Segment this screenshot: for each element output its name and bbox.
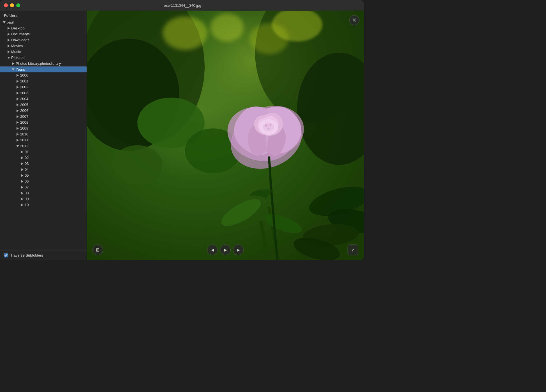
tree-arrow-2006: [16, 109, 20, 112]
tree-label-documents: Documents: [11, 32, 87, 36]
tree-arrow-02: [20, 156, 25, 159]
prev-icon: ◀: [211, 248, 214, 252]
tree-arrow-2009: [16, 127, 20, 130]
tree-label-06: 06: [25, 179, 87, 183]
tree-label-music: Music: [11, 50, 87, 54]
tree-item-06[interactable]: 06: [0, 178, 87, 184]
titlebar: rose-1131344__340.jpg: [0, 0, 364, 11]
maximize-button[interactable]: [16, 3, 20, 7]
tree-item-2010[interactable]: 2010: [0, 131, 87, 137]
main-container: Folders paulDesktopDocumentsDownloadsMov…: [0, 11, 364, 260]
tree-arrow-2007: [16, 115, 20, 118]
play-button[interactable]: ▶: [220, 245, 231, 255]
tree-label-2010: 2010: [20, 132, 87, 136]
svg-point-25: [263, 123, 274, 131]
tree-arrow-documents: [7, 33, 11, 36]
tree-arrow-10: [20, 204, 25, 206]
tree-item-photos-library[interactable]: Photos Library.photoslibrary: [0, 61, 87, 66]
traverse-subfolders-label[interactable]: Traverse Subfolders: [10, 253, 43, 257]
tree-item-03[interactable]: 03: [0, 161, 87, 167]
tree-item-paul[interactable]: paul: [0, 19, 87, 25]
tree-item-05[interactable]: 05: [0, 172, 87, 178]
prev-button[interactable]: ◀: [207, 245, 218, 255]
minimize-button[interactable]: [10, 3, 14, 7]
tree-item-documents[interactable]: Documents: [0, 31, 87, 37]
tree-label-07: 07: [25, 185, 87, 189]
tree-item-years[interactable]: Years: [0, 66, 87, 72]
tree-label-2001: 2001: [20, 79, 87, 83]
next-button[interactable]: ▶: [233, 245, 244, 255]
tree-item-02[interactable]: 02: [0, 155, 87, 161]
tree-item-2012[interactable]: 2012: [0, 143, 87, 149]
sidebar-footer: Traverse Subfolders: [0, 250, 87, 260]
tree-item-2006[interactable]: 2006: [0, 108, 87, 114]
tree-label-desktop: Desktop: [11, 26, 87, 30]
tree-item-08[interactable]: 08: [0, 190, 87, 196]
tree-label-years: Years: [16, 67, 87, 72]
tree-item-2001[interactable]: 2001: [0, 78, 87, 84]
tree-label-08: 08: [25, 191, 87, 195]
svg-point-7: [210, 13, 244, 41]
close-image-button[interactable]: ✕: [349, 15, 359, 25]
navigation-controls: ◀ ▶ ▶: [207, 245, 244, 255]
tree-label-04: 04: [25, 167, 87, 172]
tree-item-pictures[interactable]: Pictures: [0, 55, 87, 61]
bottom-controls: 🗑 ◀ ▶ ▶ ⤢: [87, 245, 364, 255]
tree-arrow-2010: [16, 133, 20, 136]
tree-arrow-06: [20, 180, 25, 183]
tree-arrow-music: [7, 50, 11, 53]
tree-item-04[interactable]: 04: [0, 167, 87, 172]
tree-label-01: 01: [25, 150, 87, 154]
tree-arrow-movies: [7, 45, 11, 47]
sidebar-header: Folders: [0, 11, 87, 19]
tree-item-2011[interactable]: 2011: [0, 137, 87, 143]
expand-button[interactable]: ⤢: [348, 245, 358, 255]
delete-button[interactable]: 🗑: [92, 245, 103, 255]
svg-point-12: [112, 145, 163, 185]
tree-label-pictures: Pictures: [11, 56, 87, 60]
tree-arrow-2003: [16, 92, 20, 94]
traverse-subfolders-checkbox[interactable]: [4, 253, 8, 257]
tree-label-10: 10: [25, 203, 87, 207]
tree-label-2009: 2009: [20, 126, 87, 130]
tree-item-2003[interactable]: 2003: [0, 90, 87, 96]
tree-label-2003: 2003: [20, 91, 87, 95]
close-icon: ✕: [352, 18, 357, 23]
tree-arrow-07: [20, 186, 25, 189]
tree-item-01[interactable]: 01: [0, 149, 87, 155]
tree-item-downloads[interactable]: Downloads: [0, 37, 87, 43]
svg-point-28: [268, 128, 269, 129]
svg-point-26: [265, 124, 267, 127]
tree-label-2012: 2012: [20, 144, 87, 148]
tree-arrow-2012: [16, 145, 20, 147]
tree-item-09[interactable]: 09: [0, 196, 87, 202]
tree-item-2008[interactable]: 2008: [0, 119, 87, 125]
tree-item-2007[interactable]: 2007: [0, 114, 87, 119]
tree-arrow-03: [20, 162, 25, 165]
tree-item-10[interactable]: 10: [0, 202, 87, 208]
tree-item-2009[interactable]: 2009: [0, 125, 87, 131]
tree-item-2000[interactable]: 2000: [0, 72, 87, 78]
tree-item-2002[interactable]: 2002: [0, 84, 87, 90]
play-icon: ▶: [224, 248, 227, 252]
tree-arrow-08: [20, 192, 25, 195]
tree-arrow-2001: [16, 80, 20, 83]
tree-label-09: 09: [25, 197, 87, 201]
tree-arrow-2000: [16, 74, 20, 77]
tree-item-2005[interactable]: 2005: [0, 102, 87, 108]
tree-label-movies: Movies: [11, 44, 87, 48]
close-button[interactable]: [4, 3, 8, 7]
tree-arrow-04: [20, 168, 25, 171]
tree-item-desktop[interactable]: Desktop: [0, 25, 87, 31]
tree-item-07[interactable]: 07: [0, 184, 87, 190]
tree-label-2000: 2000: [20, 73, 87, 77]
tree-arrow-desktop: [7, 27, 11, 30]
photo-display: [87, 11, 364, 260]
tree-item-music[interactable]: Music: [0, 49, 87, 55]
tree-label-2005: 2005: [20, 103, 87, 107]
tree-item-movies[interactable]: Movies: [0, 43, 87, 49]
tree-label-photos-library: Photos Library.photoslibrary: [16, 61, 87, 66]
tree-arrow-pictures: [7, 57, 11, 59]
window-title: rose-1131344__340.jpg: [163, 3, 201, 8]
tree-item-2004[interactable]: 2004: [0, 96, 87, 102]
